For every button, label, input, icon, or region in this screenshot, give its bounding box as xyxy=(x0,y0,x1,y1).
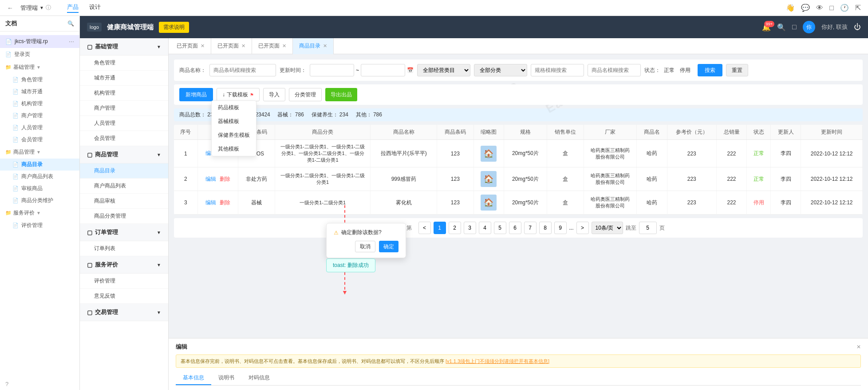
jump-input[interactable]: 5 xyxy=(639,222,657,234)
nav-section-goods[interactable]: ▢ 商品管理 ▼ xyxy=(80,146,168,163)
edit-btn-3[interactable]: 编辑 xyxy=(205,199,216,206)
nav-member[interactable]: 会员管理 xyxy=(80,131,168,146)
sidebar-item-city[interactable]: 📄城市开通 xyxy=(0,86,79,98)
search-icon-header[interactable]: 🔍 xyxy=(777,23,786,32)
tab-open-2[interactable]: 已开页面 ✕ xyxy=(211,38,252,54)
tab-open-3[interactable]: 已开页面 ✕ xyxy=(252,38,293,54)
nav-section-transaction[interactable]: ▢ 交易管理 ▼ xyxy=(80,304,168,321)
sidebar-section-service[interactable]: 📁 服务评价 ▼ xyxy=(0,207,79,219)
page-6-btn[interactable]: 6 xyxy=(509,222,521,234)
nav-org[interactable]: 机构管理 xyxy=(80,86,168,101)
page-4-btn[interactable]: 4 xyxy=(479,222,491,234)
nav-order-list[interactable]: 订单列表 xyxy=(80,241,168,256)
sidebar-item-category[interactable]: 📄商品分类维护 xyxy=(0,195,79,207)
comment-icon[interactable]: 💬 xyxy=(801,4,810,12)
download-template-btn[interactable]: ↓ 下载模板 ⚑ xyxy=(217,88,260,101)
demand-btn[interactable]: 需求说明 xyxy=(159,22,189,33)
page-size-select[interactable]: 10条/页 20条/页 50条/页 xyxy=(592,222,623,234)
nav-staff[interactable]: 人员管理 xyxy=(80,116,168,131)
nav-merchant-products[interactable]: 商户商品列表 xyxy=(80,179,168,194)
sidebar-item-product-list[interactable]: 📄商品目录 xyxy=(0,159,79,171)
spec-input[interactable] xyxy=(531,64,584,76)
bell-icon[interactable]: 🔔99+ xyxy=(762,23,771,32)
manage-tab[interactable]: 管理端 ▼ ⓘ xyxy=(20,4,51,12)
calendar-icon[interactable]: 📅 xyxy=(407,67,414,73)
nav-section-evaluation[interactable]: ▢ 服务评价 ▼ xyxy=(80,256,168,274)
sidebar-item-jkcs[interactable]: 📄 jkcs-管理端.rp ⋯ xyxy=(0,35,79,48)
page-8-btn[interactable]: 8 xyxy=(539,222,552,234)
nav-city[interactable]: 城市开通 xyxy=(80,71,168,86)
nav-section-order[interactable]: ▢ 订单管理 ▼ xyxy=(80,224,168,241)
nav-section-basic[interactable]: ▢ 基础管理 ▼ xyxy=(80,38,168,56)
reset-button[interactable]: 重置 xyxy=(726,64,748,76)
tab-close-2[interactable]: ✕ xyxy=(241,43,245,49)
sidebar-item-merchant[interactable]: 📄商户管理 xyxy=(0,110,79,122)
screen-icon[interactable]: □ xyxy=(829,4,834,12)
tab-close-3[interactable]: ✕ xyxy=(282,43,286,49)
clock-icon[interactable]: 🕐 xyxy=(840,4,849,12)
name-input[interactable] xyxy=(209,64,276,76)
dropdown-item-rx[interactable]: 药品模板 xyxy=(212,101,256,115)
sidebar-section-basic[interactable]: 📁 基础管理 ▼ xyxy=(0,61,79,74)
expand-icon[interactable]: ⇱ xyxy=(855,4,861,12)
nav-product-audit[interactable]: 商品审核 xyxy=(80,194,168,209)
power-icon[interactable]: ⏻ xyxy=(854,23,861,31)
sidebar-section-goods[interactable]: 📁 商品管理 ▼ xyxy=(0,146,79,159)
tab-product[interactable]: 产品 xyxy=(67,3,79,13)
edit-panel-close[interactable]: ✕ xyxy=(856,344,861,350)
add-product-btn[interactable]: 新增商品 xyxy=(179,88,213,101)
nav-feedback[interactable]: 意见反馈 xyxy=(80,289,168,304)
dropdown-item-device[interactable]: 器械模板 xyxy=(212,115,256,128)
del-btn-2[interactable]: 删除 xyxy=(220,176,230,182)
tab-design[interactable]: 设计 xyxy=(89,3,101,13)
tab-product-catalog[interactable]: 商品目录 ✕ xyxy=(293,38,334,54)
dropdown-item-health[interactable]: 保健养生模板 xyxy=(212,128,256,142)
hand-icon[interactable]: 👋 xyxy=(786,4,795,12)
confirm-ok-button[interactable]: 确定 xyxy=(379,241,398,252)
nav-product-catalog[interactable]: 商品目录 xyxy=(80,163,168,179)
page-5-btn[interactable]: 5 xyxy=(494,222,506,234)
nav-merchant[interactable]: 商户管理 xyxy=(80,101,168,116)
sidebar-item-merchant-goods[interactable]: 📄商户商品列表 xyxy=(0,171,79,183)
notice-link[interactable]: [v1.1.3须包上门不须须分到请须拦开有基本信息] xyxy=(446,358,549,364)
edit-tab-basic[interactable]: 基本信息 xyxy=(176,371,211,385)
search-icon[interactable]: 🔍 xyxy=(67,20,74,27)
sidebar-item-login[interactable]: 📄 登录页 xyxy=(0,48,79,61)
sidebar-item-org[interactable]: 📄机构管理 xyxy=(0,98,79,110)
nav-category-mgmt[interactable]: 商品分类管理 xyxy=(80,209,168,224)
sidebar-item-member[interactable]: 📄会员管理 xyxy=(0,134,79,146)
date-start[interactable]: 2021-02-22 xyxy=(310,64,354,76)
prev-page-btn[interactable]: < xyxy=(418,222,431,234)
page-2-btn[interactable]: 2 xyxy=(449,222,461,234)
product-name-input[interactable] xyxy=(588,64,641,76)
nav-role[interactable]: 角色管理 xyxy=(80,56,168,71)
tab-open-1[interactable]: 已开页面 ✕ xyxy=(170,38,211,54)
edit-tab-manual[interactable]: 说明书 xyxy=(211,371,241,385)
nav-review-mgmt[interactable]: 评价管理 xyxy=(80,274,168,289)
fullscreen-icon[interactable]: □ xyxy=(792,23,797,31)
dropdown-item-other[interactable]: 其他模板 xyxy=(212,142,256,156)
import-btn[interactable]: 导入 xyxy=(263,88,285,101)
more-icon[interactable]: ⋯ xyxy=(69,39,74,45)
page-7-btn[interactable]: 7 xyxy=(524,222,537,234)
back-button[interactable]: ← xyxy=(7,4,13,12)
tab-close-4[interactable]: ✕ xyxy=(323,43,327,49)
sidebar-item-review[interactable]: 📄评价管理 xyxy=(0,219,79,231)
edit-tab-code[interactable]: 对码信息 xyxy=(241,371,277,385)
cancel-button[interactable]: 取消 xyxy=(355,241,375,252)
page-9-btn[interactable]: 9 xyxy=(554,222,567,234)
page-1-btn[interactable]: 1 xyxy=(434,222,446,234)
export-btn[interactable]: 导出出品 xyxy=(325,88,357,101)
category2-select[interactable]: 全部分类 xyxy=(474,64,527,76)
date-end[interactable]: 2021-02-28 xyxy=(361,64,405,76)
help-icon[interactable]: ? xyxy=(0,378,79,390)
search-button[interactable]: 搜索 xyxy=(698,64,722,76)
sidebar-item-role[interactable]: 📄角色管理 xyxy=(0,74,79,86)
edit-btn-2[interactable]: 编辑 xyxy=(205,176,216,182)
sidebar-item-staff[interactable]: 📄人员管理 xyxy=(0,122,79,134)
del-btn-3[interactable]: 删除 xyxy=(220,199,230,206)
page-3-btn[interactable]: 3 xyxy=(464,222,476,234)
next-page-btn[interactable]: > xyxy=(576,222,589,234)
category1-select[interactable]: 全部经营类目 xyxy=(417,64,470,76)
sidebar-item-audit[interactable]: 📄审核商品 xyxy=(0,183,79,195)
